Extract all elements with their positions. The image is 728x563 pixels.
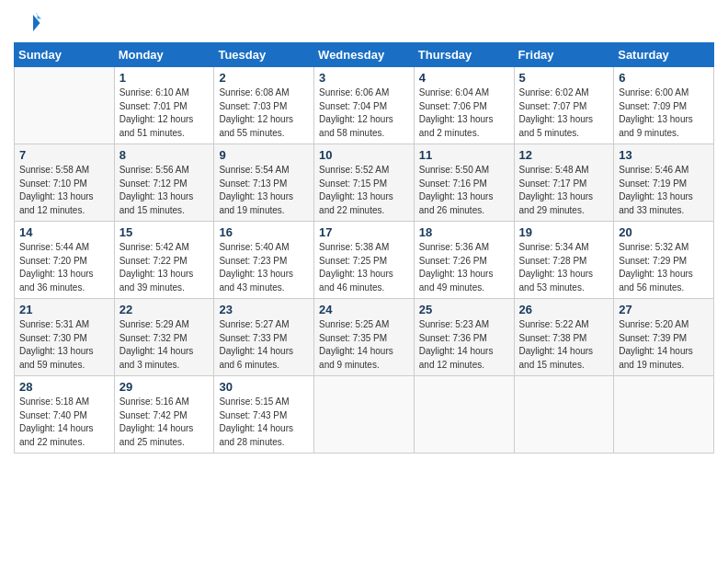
calendar-cell: 7Sunrise: 5:58 AM Sunset: 7:10 PM Daylig… [15,144,115,222]
day-number: 14 [19,225,109,239]
day-info: Sunrise: 5:15 AM Sunset: 7:43 PM Dayligh… [219,396,309,449]
calendar-cell: 16Sunrise: 5:40 AM Sunset: 7:23 PM Dayli… [214,222,314,299]
calendar-cell: 8Sunrise: 5:56 AM Sunset: 7:12 PM Daylig… [114,144,214,222]
day-info: Sunrise: 5:38 AM Sunset: 7:25 PM Dayligh… [319,241,409,294]
day-info: Sunrise: 5:29 AM Sunset: 7:32 PM Dayligh… [119,318,210,372]
day-number: 8 [119,148,210,162]
day-info: Sunrise: 6:04 AM Sunset: 7:06 PM Dayligh… [419,86,509,140]
day-number: 18 [419,225,509,239]
day-info: Sunrise: 5:54 AM Sunset: 7:13 PM Dayligh… [219,164,309,217]
day-header-saturday: Saturday [614,43,714,67]
day-number: 28 [19,380,109,394]
calendar-cell: 6Sunrise: 6:00 AM Sunset: 7:09 PM Daylig… [614,67,714,144]
svg-marker-1 [36,14,41,19]
calendar-cell: 21Sunrise: 5:31 AM Sunset: 7:30 PM Dayli… [15,299,115,376]
day-info: Sunrise: 5:56 AM Sunset: 7:12 PM Dayligh… [119,164,210,217]
day-number: 17 [319,225,409,239]
calendar-cell: 26Sunrise: 5:22 AM Sunset: 7:38 PM Dayli… [514,299,614,376]
calendar-cell: 3Sunrise: 6:06 AM Sunset: 7:04 PM Daylig… [314,67,415,144]
day-number: 1 [119,71,210,85]
day-number: 5 [519,71,609,85]
calendar-cell: 17Sunrise: 5:38 AM Sunset: 7:25 PM Dayli… [314,222,415,299]
calendar-cell: 15Sunrise: 5:42 AM Sunset: 7:22 PM Dayli… [114,222,214,299]
calendar-week-row: 14Sunrise: 5:44 AM Sunset: 7:20 PM Dayli… [15,222,714,299]
calendar-cell: 27Sunrise: 5:20 AM Sunset: 7:39 PM Dayli… [614,299,714,376]
calendar-cell: 19Sunrise: 5:34 AM Sunset: 7:28 PM Dayli… [514,222,614,299]
calendar-week-row: 1Sunrise: 6:10 AM Sunset: 7:01 PM Daylig… [15,67,714,144]
calendar-cell: 25Sunrise: 5:23 AM Sunset: 7:36 PM Dayli… [414,299,514,376]
day-info: Sunrise: 5:52 AM Sunset: 7:15 PM Dayligh… [319,164,409,217]
calendar-cell [614,376,714,454]
day-info: Sunrise: 5:16 AM Sunset: 7:42 PM Dayligh… [119,396,210,449]
day-number: 7 [19,148,109,162]
calendar-cell: 11Sunrise: 5:50 AM Sunset: 7:16 PM Dayli… [414,144,514,222]
day-info: Sunrise: 5:48 AM Sunset: 7:17 PM Dayligh… [519,164,609,217]
calendar-cell: 23Sunrise: 5:27 AM Sunset: 7:33 PM Dayli… [214,299,314,376]
calendar-cell: 5Sunrise: 6:02 AM Sunset: 7:07 PM Daylig… [514,67,614,144]
day-info: Sunrise: 5:58 AM Sunset: 7:10 PM Dayligh… [19,164,109,217]
day-info: Sunrise: 6:02 AM Sunset: 7:07 PM Dayligh… [519,86,609,140]
day-info: Sunrise: 5:22 AM Sunset: 7:38 PM Dayligh… [519,318,609,372]
day-number: 22 [119,303,210,316]
calendar-cell: 13Sunrise: 5:46 AM Sunset: 7:19 PM Dayli… [614,144,714,222]
day-info: Sunrise: 5:20 AM Sunset: 7:39 PM Dayligh… [619,318,709,372]
day-info: Sunrise: 5:31 AM Sunset: 7:30 PM Dayligh… [19,318,109,372]
calendar-cell: 14Sunrise: 5:44 AM Sunset: 7:20 PM Dayli… [15,222,115,299]
day-header-monday: Monday [114,43,214,67]
day-info: Sunrise: 5:44 AM Sunset: 7:20 PM Dayligh… [19,241,109,294]
day-number: 23 [219,303,309,316]
calendar-cell: 28Sunrise: 5:18 AM Sunset: 7:40 PM Dayli… [15,376,115,454]
logo [14,9,45,37]
day-info: Sunrise: 5:32 AM Sunset: 7:29 PM Dayligh… [619,241,709,294]
day-header-thursday: Thursday [414,43,514,67]
day-number: 11 [419,148,509,162]
day-info: Sunrise: 6:10 AM Sunset: 7:01 PM Dayligh… [119,86,210,140]
day-number: 9 [219,148,309,162]
day-number: 24 [319,303,409,316]
calendar-cell [15,67,115,144]
day-info: Sunrise: 5:50 AM Sunset: 7:16 PM Dayligh… [419,164,509,217]
day-number: 13 [619,148,709,162]
calendar-cell: 2Sunrise: 6:08 AM Sunset: 7:03 PM Daylig… [214,67,314,144]
calendar-week-row: 7Sunrise: 5:58 AM Sunset: 7:10 PM Daylig… [15,144,714,222]
day-info: Sunrise: 6:00 AM Sunset: 7:09 PM Dayligh… [619,86,709,140]
day-header-tuesday: Tuesday [214,43,314,67]
day-info: Sunrise: 5:27 AM Sunset: 7:33 PM Dayligh… [219,318,309,372]
day-header-sunday: Sunday [15,43,115,67]
calendar-cell: 24Sunrise: 5:25 AM Sunset: 7:35 PM Dayli… [314,299,415,376]
day-number: 16 [219,225,309,239]
day-number: 6 [619,71,709,85]
day-number: 19 [519,225,609,239]
page-header [14,9,714,37]
calendar-week-row: 28Sunrise: 5:18 AM Sunset: 7:40 PM Dayli… [15,376,714,454]
logo-icon [14,9,41,37]
day-info: Sunrise: 6:06 AM Sunset: 7:04 PM Dayligh… [319,86,409,140]
day-info: Sunrise: 5:42 AM Sunset: 7:22 PM Dayligh… [119,241,210,294]
calendar-cell: 30Sunrise: 5:15 AM Sunset: 7:43 PM Dayli… [214,376,314,454]
calendar-cell [314,376,415,454]
calendar-cell: 9Sunrise: 5:54 AM Sunset: 7:13 PM Daylig… [214,144,314,222]
day-info: Sunrise: 6:08 AM Sunset: 7:03 PM Dayligh… [219,86,309,140]
day-number: 2 [219,71,309,85]
day-number: 4 [419,71,509,85]
day-number: 3 [319,71,409,85]
day-number: 15 [119,225,210,239]
calendar-table: SundayMondayTuesdayWednesdayThursdayFrid… [14,42,714,454]
calendar-cell: 22Sunrise: 5:29 AM Sunset: 7:32 PM Dayli… [114,299,214,376]
day-number: 27 [619,303,709,316]
day-number: 29 [119,380,210,394]
day-info: Sunrise: 5:36 AM Sunset: 7:26 PM Dayligh… [419,241,509,294]
day-number: 10 [319,148,409,162]
calendar-cell: 18Sunrise: 5:36 AM Sunset: 7:26 PM Dayli… [414,222,514,299]
day-info: Sunrise: 5:46 AM Sunset: 7:19 PM Dayligh… [619,164,709,217]
calendar-cell [414,376,514,454]
day-info: Sunrise: 5:40 AM Sunset: 7:23 PM Dayligh… [219,241,309,294]
calendar-cell: 12Sunrise: 5:48 AM Sunset: 7:17 PM Dayli… [514,144,614,222]
calendar-cell [514,376,614,454]
day-number: 25 [419,303,509,316]
day-number: 20 [619,225,709,239]
day-info: Sunrise: 5:34 AM Sunset: 7:28 PM Dayligh… [519,241,609,294]
calendar-cell: 4Sunrise: 6:04 AM Sunset: 7:06 PM Daylig… [414,67,514,144]
day-number: 21 [19,303,109,316]
calendar-cell: 10Sunrise: 5:52 AM Sunset: 7:15 PM Dayli… [314,144,415,222]
